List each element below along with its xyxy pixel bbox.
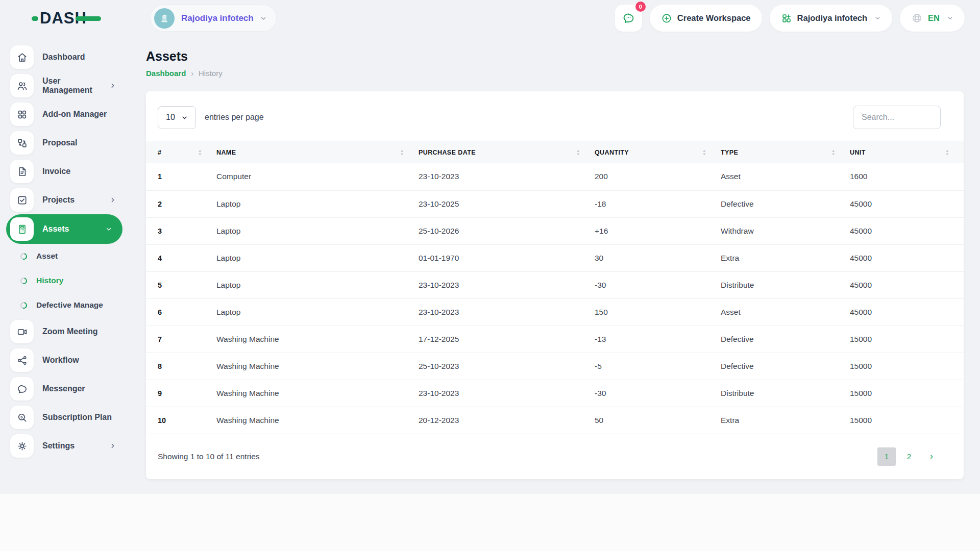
home-icon: [10, 45, 34, 69]
table-cell-purchase-date: 25-10-2023: [419, 353, 595, 380]
sidebar-subitem-history[interactable]: History: [0, 268, 129, 293]
table-cell-purchase-date: 23-10-2025: [419, 190, 595, 217]
table-row: 2Laptop23-10-2025-18Defective45000: [146, 190, 964, 217]
table-cell-type: Extra: [721, 407, 850, 434]
brand-logo[interactable]: DASH: [32, 9, 101, 28]
table-cell-index: 8: [146, 353, 216, 380]
sidebar-label: Add-on Manager: [42, 110, 116, 119]
table-cell-index: 6: [146, 298, 216, 325]
table-cell-purchase-date: 23-10-2023: [419, 298, 595, 325]
workspace-switcher[interactable]: Rajodiya infotech: [150, 5, 277, 32]
table-cell-purchase-date: 23-10-2023: [419, 271, 595, 298]
workspace-avatar: [154, 8, 175, 29]
messages-badge: 0: [635, 2, 646, 12]
language-selector[interactable]: EN: [900, 5, 965, 32]
entries-per-page-select[interactable]: 10: [158, 106, 196, 129]
gear-icon: [10, 434, 34, 458]
table-cell-index: 3: [146, 217, 216, 244]
table-row: 4Laptop01-01-197030Extra45000: [146, 244, 964, 271]
sidebar-item-invoice[interactable]: Invoice: [0, 157, 129, 186]
sidebar-label: Workflow: [42, 356, 116, 365]
sidebar-item-assets[interactable]: Assets: [6, 214, 122, 244]
sidebar-item-settings[interactable]: Settings: [0, 432, 129, 460]
table-cell-unit: 15000: [850, 325, 964, 353]
company-menu-label: Rajodiya infotech: [797, 13, 868, 23]
invoice-file-icon: [10, 160, 34, 183]
table-cell-purchase-date: 20-12-2023: [419, 407, 595, 434]
chevron-down-icon: [181, 114, 188, 121]
sort-icon[interactable]: ▲▼: [400, 149, 404, 156]
sidebar-item-user-management[interactable]: User Management: [0, 71, 129, 100]
create-workspace-button[interactable]: Create Workspace: [650, 5, 762, 32]
table-cell-quantity: 200: [595, 163, 721, 190]
table-cell-name: Laptop: [216, 217, 419, 244]
table-cell-index: 9: [146, 380, 216, 407]
table-cell-name: Laptop: [216, 190, 419, 217]
sidebar-item-zoom-meeting[interactable]: Zoom Meeting: [0, 317, 129, 346]
table-cell-unit: 45000: [850, 190, 964, 217]
sidebar-item-proposal[interactable]: Proposal: [0, 129, 129, 157]
sidebar: Dashboard User Management Add-on Manager: [0, 43, 129, 551]
table-row: 5Laptop23-10-2023-30Distribute45000: [146, 271, 964, 298]
grid-plus-icon: [781, 13, 792, 24]
page-title: Assets: [146, 49, 966, 64]
sidebar-item-dashboard[interactable]: Dashboard: [0, 43, 129, 71]
table-cell-type: Distribute: [721, 380, 850, 407]
search-input[interactable]: [853, 106, 941, 129]
sidebar-label: Projects: [42, 195, 109, 205]
sidebar-label: Dashboard: [42, 53, 116, 62]
sidebar-sublabel: Defective Manage: [36, 300, 103, 310]
column-header-type[interactable]: TYPE▲▼: [721, 141, 850, 163]
chevron-right-icon: [109, 82, 116, 89]
company-menu-button[interactable]: Rajodiya infotech: [770, 5, 893, 32]
table-cell-type: Distribute: [721, 271, 850, 298]
table-cell-unit: 1600: [850, 163, 964, 190]
sidebar-subitem-defective-manage[interactable]: Defective Manage: [0, 293, 129, 317]
table-cell-type: Defective: [721, 353, 850, 380]
table-row: 3Laptop25-10-2026+16Withdraw45000: [146, 217, 964, 244]
video-camera-icon: [10, 320, 34, 343]
table-cell-name: Washing Machine: [216, 380, 419, 407]
breadcrumb-dashboard-link[interactable]: Dashboard: [146, 69, 186, 78]
circle-icon: [19, 300, 29, 310]
language-code: EN: [928, 13, 940, 23]
sidebar-item-projects[interactable]: Projects: [0, 186, 129, 214]
sidebar-sublabel: History: [36, 276, 63, 285]
page-button-2[interactable]: 2: [900, 447, 918, 466]
column-header-unit[interactable]: UNIT▲▼: [850, 141, 964, 163]
sidebar-item-subscription-plan[interactable]: $ Subscription Plan: [0, 403, 129, 432]
showing-entries-text: Showing 1 to 10 of 11 entries: [158, 452, 260, 461]
sidebar-subitem-asset[interactable]: Asset: [0, 244, 129, 268]
column-header-quantity[interactable]: QUANTITY▲▼: [595, 141, 721, 163]
table-cell-quantity: -5: [595, 353, 721, 380]
table-cell-purchase-date: 23-10-2023: [419, 380, 595, 407]
table-row: 1Computer23-10-2023200Asset1600: [146, 163, 964, 190]
column-header-index[interactable]: #▲▼: [146, 141, 216, 163]
sort-icon[interactable]: ▲▼: [945, 149, 949, 156]
table-cell-type: Withdraw: [721, 217, 850, 244]
sidebar-item-addon-manager[interactable]: Add-on Manager: [0, 100, 129, 129]
page-button-1[interactable]: 1: [877, 447, 896, 466]
table-cell-index: 7: [146, 325, 216, 353]
sidebar-item-workflow[interactable]: Workflow: [0, 346, 129, 374]
table-cell-quantity: 30: [595, 244, 721, 271]
sort-icon[interactable]: ▲▼: [831, 149, 836, 156]
sidebar-sublabel: Asset: [36, 252, 58, 261]
table-cell-quantity: -18: [595, 190, 721, 217]
table-cell-purchase-date: 23-10-2023: [419, 163, 595, 190]
messages-button[interactable]: 0: [615, 5, 642, 32]
message-bubble-icon: [10, 377, 34, 400]
table-cell-name: Computer: [216, 163, 419, 190]
column-header-name[interactable]: NAME▲▼: [216, 141, 419, 163]
logo-accent-dash: [32, 16, 38, 21]
table-cell-name: Laptop: [216, 271, 419, 298]
sort-icon[interactable]: ▲▼: [198, 149, 202, 156]
sort-icon[interactable]: ▲▼: [576, 149, 580, 156]
sidebar-item-messenger[interactable]: Messenger: [0, 374, 129, 403]
chevron-down-icon: [105, 226, 112, 233]
column-header-purchase-date[interactable]: PURCHASE DATE▲▼: [419, 141, 595, 163]
sidebar-label: Messenger: [42, 384, 116, 393]
next-page-button[interactable]: ›: [922, 447, 941, 466]
sort-icon[interactable]: ▲▼: [702, 149, 706, 156]
logo-accent-bar: [76, 16, 101, 21]
